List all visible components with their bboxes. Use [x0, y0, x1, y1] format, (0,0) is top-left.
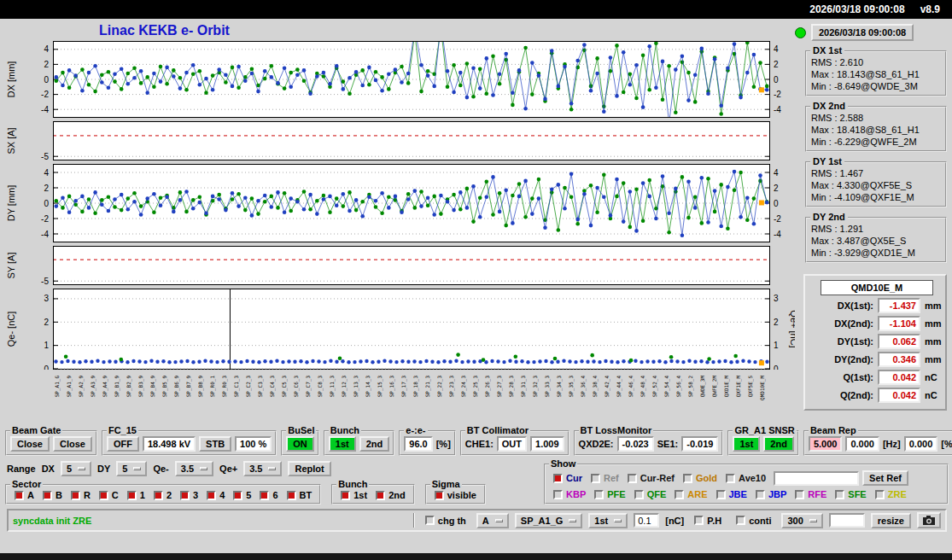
checkbox-label: 5 — [246, 490, 251, 500]
checkbox-are[interactable]: ARE — [675, 489, 707, 499]
conti-checkbox[interactable]: conti — [736, 516, 771, 526]
svg-text:SP_18_3: SP_18_3 — [412, 376, 419, 398]
checkbox-rfe[interactable]: RFE — [795, 489, 826, 499]
checkbox-indicator — [875, 490, 885, 499]
checkbox-2[interactable]: 2 — [154, 490, 172, 500]
checkbox-visible[interactable]: visible — [435, 490, 476, 500]
threshold-input[interactable] — [634, 513, 659, 528]
bunch-mode-select[interactable]: 1st — [588, 513, 628, 528]
charge-plot: 32103210Qe- [nC]Qe+ [nC] — [5, 289, 795, 370]
checkbox-1st[interactable]: 1st — [341, 490, 367, 500]
fc15-stb-button[interactable]: STB — [199, 436, 231, 452]
checkbox-label: Gold — [696, 473, 717, 483]
checkbox-cur-ref[interactable]: Cur-Ref — [628, 473, 675, 483]
stat-box-title: DX 2nd — [810, 101, 848, 111]
svg-text:SP_48_4: SP_48_4 — [640, 376, 646, 398]
range-dy-select[interactable]: 5 — [116, 461, 147, 476]
svg-text:SP_22_3: SP_22_3 — [436, 376, 443, 398]
menu-indicator-icon — [200, 467, 207, 470]
stat-max: Max : 18.143@S8_61_H1 — [811, 68, 943, 80]
checkbox-label: 2 — [166, 490, 172, 500]
interval-select[interactable]: 300 — [781, 513, 822, 528]
checkbox-ref[interactable]: Ref — [591, 473, 619, 483]
checkbox-6[interactable]: 6 — [260, 490, 277, 500]
beam-rep-pct-label: [%] — [941, 439, 952, 449]
interval-value: 300 — [787, 516, 803, 526]
beam-gate-close-button-2[interactable]: Close — [53, 436, 92, 452]
svg-text:SP_A1_G: SP_A1_G — [54, 376, 61, 398]
svg-text:SP_33_3: SP_33_3 — [544, 376, 551, 398]
svg-text:SP_25_3: SP_25_3 — [472, 376, 479, 398]
svg-text:2: 2 — [44, 318, 49, 327]
svg-text:SP_34_3: SP_34_3 — [556, 376, 563, 398]
range-dx-select[interactable]: 5 — [61, 461, 91, 476]
beam-gate-close-button-1[interactable]: Close — [10, 436, 50, 452]
status-message: syncdata init ZRE — [13, 516, 91, 526]
stat-max: Max : 18.418@S8_61_H1 — [811, 124, 943, 136]
timestamp-row: 2026/03/18 09:00:08 — [795, 24, 952, 41]
checkbox-bt[interactable]: BT — [287, 490, 312, 500]
resize-button[interactable]: resize — [871, 513, 911, 528]
checkbox-label: C — [112, 490, 119, 500]
count-input[interactable] — [829, 513, 865, 528]
set-ref-button[interactable]: Set Ref — [862, 470, 908, 486]
che1-status-display: OUT — [497, 436, 527, 452]
che1-label: CHE1: — [465, 439, 494, 449]
checkbox-c[interactable]: C — [99, 490, 119, 500]
checkbox-sfe[interactable]: SFE — [835, 489, 866, 499]
checkbox-jbp[interactable]: JBP — [756, 489, 786, 499]
ee-ratio-display: 96.0 — [404, 436, 432, 452]
svg-text:2: 2 — [774, 60, 779, 69]
checkbox-label: visible — [447, 490, 476, 500]
stat-rms: RMS : 2.588 — [811, 112, 943, 124]
show-frame: Show CurRefCur-RefGoldAve10 Set Ref KBPP… — [544, 464, 949, 505]
checkbox-jbe[interactable]: JBE — [716, 489, 747, 499]
checkbox-4[interactable]: 4 — [207, 490, 225, 500]
checkbox-r[interactable]: R — [71, 490, 91, 500]
checkbox-2nd[interactable]: 2nd — [376, 490, 406, 500]
bt-lossmonitor-label: BT LossMonitor — [579, 425, 654, 435]
checkbox-zre[interactable]: ZRE — [875, 489, 907, 499]
checkbox-ave10[interactable]: Ave10 — [726, 473, 766, 483]
svg-text:2: 2 — [44, 60, 49, 69]
svg-text:SP_A4_9: SP_A4_9 — [102, 376, 108, 398]
menu-indicator-icon — [133, 467, 141, 470]
checkbox-a[interactable]: A — [15, 490, 34, 500]
checkbox-kbp[interactable]: KBP — [553, 489, 586, 499]
checkbox-5[interactable]: 5 — [233, 490, 251, 500]
ref-file-input[interactable] — [774, 471, 859, 486]
mode-select[interactable]: A — [476, 513, 509, 528]
svg-text:SP_A1_9: SP_A1_9 — [66, 376, 73, 398]
checkbox-3[interactable]: 3 — [180, 490, 198, 500]
svg-text:0: 0 — [44, 365, 49, 370]
sigma-frame: Sigma visible — [425, 484, 486, 505]
snsr-2nd-button[interactable]: 2nd — [763, 436, 794, 452]
checkbox-cur[interactable]: Cur — [553, 473, 582, 483]
ph-checkbox[interactable]: P.H — [694, 516, 721, 526]
chg-th-checkbox[interactable]: chg th — [425, 516, 466, 526]
status-led-icon — [795, 27, 806, 38]
range-qem-select[interactable]: 3.5 — [175, 461, 213, 476]
checkbox-b[interactable]: B — [43, 490, 62, 500]
range-qem-label: Qe- — [153, 464, 168, 474]
replot-button[interactable]: Replot — [288, 461, 330, 476]
checkbox-1[interactable]: 1 — [127, 490, 145, 500]
sigma-checkbox-group: visible — [430, 490, 481, 500]
checkbox-indicator — [180, 491, 190, 500]
snsr-1st-button[interactable]: 1st — [733, 436, 760, 452]
sp-monitor-select[interactable]: SP_A1_G — [515, 513, 583, 528]
range-qem-value: 3.5 — [181, 464, 194, 474]
checkbox-qfe[interactable]: QFE — [634, 489, 667, 499]
bt-lossmonitor-frame: BT LossMonitor QXD2E: -0.023 SE1: -0.019 — [574, 430, 724, 456]
fc15-frame: FC_15 OFF 18.498 kV STB 100 % — [102, 430, 277, 456]
bunch-2nd-button[interactable]: 2nd — [359, 436, 390, 452]
range-dy-value: 5 — [122, 464, 127, 474]
fc15-off-button[interactable]: OFF — [107, 436, 139, 452]
range-qep-select[interactable]: 3.5 — [243, 461, 282, 476]
screenshot-button[interactable] — [917, 512, 941, 528]
bunch-1st-button[interactable]: 1st — [329, 436, 356, 452]
busel-on-button[interactable]: ON — [286, 436, 314, 452]
checkbox-pfe[interactable]: PFE — [594, 489, 625, 499]
checkbox-gold[interactable]: Gold — [683, 473, 717, 483]
stat-rms: RMS : 2.610 — [811, 56, 943, 68]
